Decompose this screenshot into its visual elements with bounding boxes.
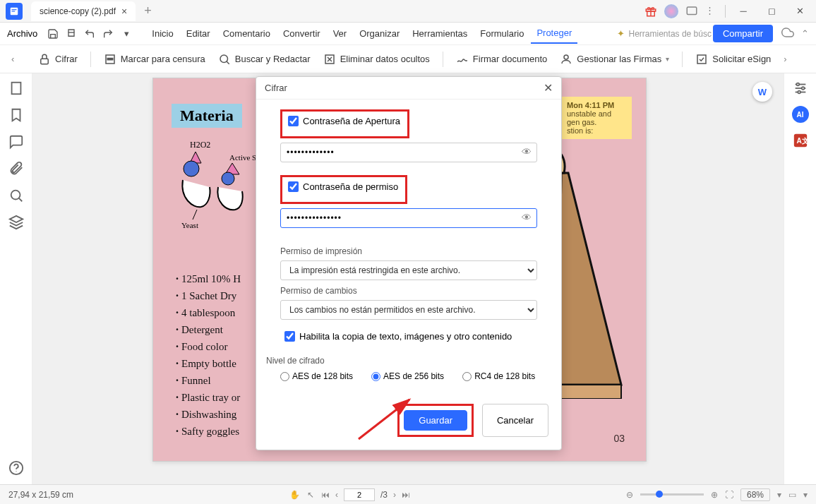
ribbon-firmar[interactable]: Firmar documento	[456, 53, 547, 66]
open-password-checkbox-row[interactable]: Contraseña de Apertura	[284, 113, 404, 129]
menu-convertir[interactable]: Convertir	[277, 24, 326, 43]
help-icon[interactable]	[8, 460, 24, 476]
pdf-app-icon	[9, 6, 19, 16]
total-pages: /3	[380, 490, 388, 500]
page-navigation: ⏮ ‹ /3 › ⏭	[321, 488, 410, 501]
print-permission-select[interactable]: La impresión está restringida en este ar…	[280, 260, 537, 280]
aes256-radio[interactable]: AES de 256 bits	[371, 371, 444, 381]
share-button[interactable]: Compartir	[713, 25, 773, 42]
menubar: Archivo ▾ Inicio Editar Comentario Conve…	[0, 23, 816, 45]
svg-line-19	[18, 198, 22, 202]
enable-copy-checkbox[interactable]	[284, 331, 295, 342]
last-page-button[interactable]: ⏭	[402, 490, 410, 500]
ribbon-eliminar[interactable]: Eliminar datos ocultos	[323, 53, 430, 66]
menu-comentario[interactable]: Comentario	[217, 24, 276, 43]
undo-icon[interactable]	[81, 25, 98, 42]
search-panel-icon[interactable]	[8, 188, 24, 203]
ribbon-buscar[interactable]: Buscar y Redactar	[218, 53, 311, 66]
aes128-label: AES de 128 bits	[292, 371, 353, 381]
ai-badge-icon[interactable]: AI	[792, 106, 809, 123]
save-icon[interactable]	[44, 25, 61, 42]
search-tools-hint[interactable]: Herramientas de búsc	[629, 29, 712, 39]
ribbon-toolbar: ‹ Cifrar Marcar para censura Buscar y Re…	[0, 45, 816, 73]
molecule-drawing: H2O2 Active S Yeast	[176, 138, 268, 236]
zoom-level[interactable]: 68%	[740, 488, 770, 501]
menu-editar[interactable]: Editar	[181, 24, 216, 43]
thumbnails-icon[interactable]	[8, 80, 24, 96]
dialog-close-button[interactable]: ✕	[544, 81, 553, 95]
layers-icon[interactable]	[8, 215, 24, 230]
svg-rect-5	[687, 7, 697, 15]
kebab-menu-icon[interactable]: ⋮	[705, 5, 718, 18]
gift-icon[interactable]	[644, 5, 657, 18]
select-tool-icon[interactable]: ↖	[307, 490, 314, 500]
properties-icon[interactable]	[793, 80, 808, 96]
zoom-in-button[interactable]: ⊕	[711, 490, 718, 500]
attachments-icon[interactable]	[8, 161, 24, 176]
eye-icon[interactable]: 👁	[522, 146, 532, 157]
cloud-icon[interactable]	[781, 26, 794, 41]
open-password-checkbox[interactable]	[288, 116, 299, 126]
hand-tool-icon[interactable]: ✋	[289, 490, 300, 500]
expand-icon[interactable]: ▾	[118, 25, 135, 42]
permission-password-checkbox-row[interactable]: Contraseña de permiso	[284, 179, 402, 195]
ribbon-solicitar[interactable]: Solicitar eSign	[695, 53, 771, 66]
view-dropdown-icon[interactable]: ▾	[803, 490, 808, 500]
bookmarks-icon[interactable]	[8, 107, 24, 123]
ribbon-cifrar[interactable]: Cifrar	[38, 53, 78, 66]
list-item: 1 Sachet Dry	[176, 287, 241, 304]
comments-icon[interactable]	[8, 134, 24, 150]
zoom-out-button[interactable]: ⊖	[626, 490, 633, 500]
close-tab-icon[interactable]: ×	[121, 6, 127, 17]
app-logo	[6, 3, 23, 20]
menu-ver[interactable]: Ver	[328, 24, 353, 43]
zoom-dropdown-icon[interactable]: ▾	[777, 490, 781, 500]
ribbon-scroll-right[interactable]: ›	[784, 54, 798, 64]
word-export-badge[interactable]: W	[752, 82, 772, 102]
encrypt-level-label: Nivel de cifrado	[266, 356, 537, 366]
dialog-title: Cifrar	[265, 83, 287, 93]
ribbon-gestionar[interactable]: Gestionar las Firmas▾	[560, 53, 669, 66]
change-permission-select[interactable]: Los cambios no están permitidos en este …	[280, 300, 537, 320]
ribbon-marcar[interactable]: Marcar para censura	[104, 53, 205, 66]
prev-page-button[interactable]: ‹	[335, 490, 338, 500]
first-page-button[interactable]: ⏮	[321, 490, 330, 500]
aes128-radio[interactable]: AES de 128 bits	[280, 371, 353, 381]
minimize-button[interactable]: ─	[733, 1, 754, 22]
view-mode-icon[interactable]: ▭	[788, 490, 796, 500]
permission-password-checkbox[interactable]	[288, 181, 299, 192]
menu-proteger[interactable]: Proteger	[531, 23, 577, 44]
svg-text:Yeast: Yeast	[181, 221, 198, 229]
user-avatar[interactable]	[664, 4, 678, 18]
menu-herramientas[interactable]: Herramientas	[407, 24, 473, 43]
document-tab[interactable]: science-copy (2).pdf ×	[31, 1, 136, 21]
open-password-input[interactable]	[280, 143, 537, 162]
print-icon[interactable]	[63, 25, 80, 42]
menu-inicio[interactable]: Inicio	[146, 24, 179, 43]
chevron-up-icon[interactable]: ⌃	[801, 28, 809, 39]
new-tab-button[interactable]: +	[144, 4, 152, 18]
file-menu[interactable]: Archivo	[7, 28, 37, 39]
translate-icon[interactable]: A文	[793, 133, 808, 148]
permission-password-input[interactable]	[280, 208, 537, 228]
comment-icon[interactable]	[685, 5, 698, 18]
rc4128-label: RC4 de 128 bits	[474, 371, 535, 381]
menu-organizar[interactable]: Organizar	[354, 24, 405, 43]
close-window-button[interactable]: ✕	[789, 1, 810, 22]
zoom-slider[interactable]	[640, 493, 704, 496]
ribbon-scroll-left[interactable]: ‹	[11, 54, 25, 64]
fit-page-icon[interactable]: ⛶	[725, 490, 733, 500]
redo-icon[interactable]	[100, 25, 116, 42]
enable-copy-checkbox-row[interactable]: Habilita la copia de texto, imágenes y o…	[280, 328, 537, 344]
svg-text:H2O2: H2O2	[190, 140, 210, 150]
next-page-button[interactable]: ›	[393, 490, 396, 500]
page-number-input[interactable]	[344, 488, 375, 501]
rc4128-radio[interactable]: RC4 de 128 bits	[462, 371, 535, 381]
maximize-button[interactable]: ◻	[761, 1, 782, 22]
menu-formulario[interactable]: Formulario	[474, 24, 529, 43]
list-item: Funnel	[176, 372, 241, 389]
cancel-button[interactable]: Cancelar	[482, 404, 548, 437]
ribbon-buscar-label: Buscar y Redactar	[235, 54, 311, 64]
svg-point-32	[801, 87, 804, 90]
eye-icon[interactable]: 👁	[522, 212, 532, 223]
